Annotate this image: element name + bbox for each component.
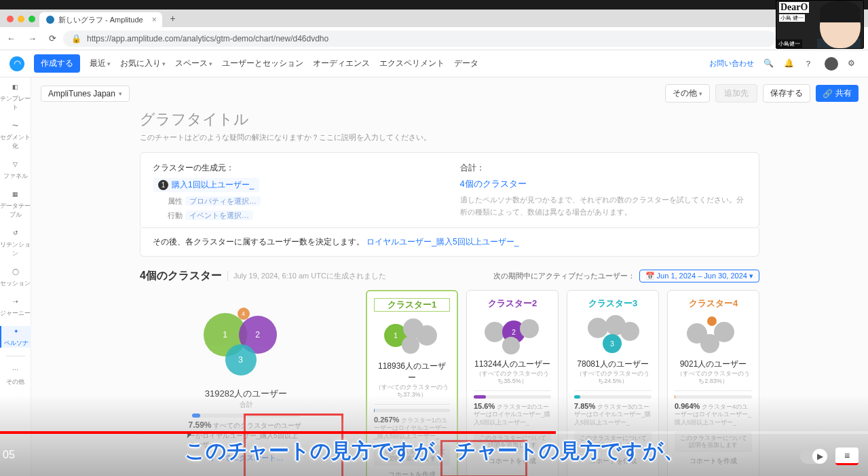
- siderail-icon: ◧: [10, 81, 21, 92]
- avatar[interactable]: [825, 57, 838, 71]
- cluster-title: クラスター1: [374, 298, 450, 312]
- captions-button[interactable]: ≡: [835, 447, 858, 465]
- nav-data[interactable]: データ: [454, 58, 478, 69]
- cluster-title: クラスター4: [675, 297, 752, 310]
- target-cohort-link[interactable]: ロイヤルユーザー_購入5回以上ユーザー_: [366, 237, 518, 246]
- cluster-header: 4個のクラスター July 19, 2024, 6:10 am UTCに生成され…: [140, 269, 759, 283]
- cluster-bar: [374, 409, 450, 412]
- speaker-pip: DearO 小島 健一 小島健一: [776, 0, 864, 49]
- window-controls[interactable]: [3, 11, 39, 27]
- siderail-label: ペルソナ: [4, 339, 29, 348]
- siderail-label: テンプレート: [0, 94, 31, 112]
- siderail-icon: ✦: [11, 326, 22, 337]
- siderail-item-3[interactable]: ▦データテーブル: [0, 189, 31, 219]
- siderail-icon: ↺: [10, 227, 21, 238]
- source-label: クラスターの生成元：: [153, 162, 440, 174]
- add-to-button: 追加先: [715, 84, 757, 103]
- cluster-pct: 0.964% クラスター4のユーザーはロイヤルユーザー_購入5回以上ユーザー_: [675, 401, 752, 427]
- overview-venn: 1 2 3 4: [195, 302, 297, 384]
- cluster-bar: [574, 395, 652, 399]
- chart-title[interactable]: グラフタイトル: [140, 109, 759, 130]
- forward-button[interactable]: →: [28, 33, 37, 43]
- create-cohort-link[interactable]: コホートを作成: [374, 470, 450, 476]
- url-text: https://app.amplitude.com/analytics/gtm-…: [87, 34, 328, 43]
- macos-menubar: [0, 0, 868, 10]
- behavior-selector[interactable]: イベントを選択…: [185, 210, 253, 220]
- siderail-icon: ⇢: [10, 296, 21, 307]
- property-selector[interactable]: プロパティを選択…: [185, 196, 261, 206]
- subtitle-text: このチャートの見方ですが、チャートの見方ですが、: [0, 437, 868, 465]
- autoplay-toggle[interactable]: ▶: [800, 449, 827, 464]
- amplitude-logo-icon[interactable]: ◠: [10, 56, 24, 71]
- pip-role: 小島 健一: [779, 14, 805, 22]
- step-badge: 1: [158, 180, 168, 190]
- nav-experiment[interactable]: エクスペリメント: [379, 58, 445, 69]
- siderail-label: セッション: [0, 279, 31, 288]
- active-range-label: 次の期間中にアクティブだったユーザー：: [493, 271, 635, 281]
- nav-users-sessions[interactable]: ユーザーとセッション: [222, 58, 303, 69]
- siderail-item-8[interactable]: ⋯その他: [0, 365, 31, 386]
- video-progress[interactable]: [0, 431, 868, 434]
- siderail-icon: ⋯: [10, 365, 21, 376]
- search-icon[interactable]: 🔍: [763, 58, 774, 69]
- cluster-title: クラスター2: [474, 297, 551, 310]
- venn-bubble-3: 3: [225, 344, 257, 376]
- siderail-item-6[interactable]: ⇢ジャーニー: [0, 296, 31, 318]
- pip-name: 小島健一: [776, 39, 802, 48]
- cluster-users: 113244人のユーザー（すべてのクラスターのうち35.5%）: [474, 359, 551, 385]
- project-selector[interactable]: AmpliTunes Japan▾: [41, 86, 130, 102]
- date-range-picker[interactable]: 📅 Jun 1, 2024 – Jun 30, 2024 ▾: [639, 270, 759, 282]
- close-tab-icon[interactable]: ×: [152, 15, 157, 24]
- siderail-item-0[interactable]: ◧テンプレート: [0, 81, 31, 112]
- save-button[interactable]: 保存する: [763, 84, 810, 103]
- zoom-window-icon[interactable]: [29, 16, 35, 22]
- total-label: 合計：: [460, 162, 747, 174]
- siderail-label: ファネル: [3, 172, 28, 181]
- nav-audiences[interactable]: オーディエンス: [313, 58, 370, 69]
- address-bar-row: ← → ⟳ 🔒 https://app.amplitude.com/analyt…: [0, 27, 868, 50]
- cluster-bar: [675, 395, 752, 399]
- contact-link[interactable]: お問い合わせ: [709, 58, 754, 69]
- context-row: AmpliTunes Japan▾ その他 ▾ 追加先 保存する 🔗共有: [31, 77, 868, 109]
- reload-button[interactable]: ⟳: [49, 33, 56, 43]
- siderail-icon: ▦: [10, 189, 21, 200]
- pip-brand: DearO: [779, 2, 809, 13]
- nav-recent[interactable]: 最近▾: [90, 58, 111, 69]
- nav-spaces[interactable]: スペース▾: [175, 58, 212, 69]
- address-bar[interactable]: 🔒 https://app.amplitude.com/analytics/gt…: [63, 31, 776, 47]
- other-menu[interactable]: その他 ▾: [665, 84, 710, 103]
- source-event-chip[interactable]: 1 購入1回以上ユーザー_: [153, 178, 259, 192]
- help-icon[interactable]: ？: [804, 58, 815, 69]
- browser-tab[interactable]: 新しいグラフ - Amplitude ×: [39, 12, 162, 27]
- siderail-item-2[interactable]: ▽ファネル: [0, 159, 31, 181]
- back-button[interactable]: ←: [7, 33, 16, 43]
- siderail-label: ジャーニー: [0, 309, 31, 318]
- settings-icon[interactable]: ⚙: [848, 58, 858, 69]
- minimize-window-icon[interactable]: [18, 16, 24, 22]
- notifications-icon[interactable]: 🔔: [784, 58, 795, 69]
- favicon-icon: [46, 16, 54, 24]
- cluster-venn: 2: [482, 314, 543, 354]
- cluster-venn: 3: [582, 314, 643, 354]
- create-button[interactable]: 作成する: [34, 54, 80, 73]
- share-button[interactable]: 🔗共有: [816, 85, 858, 102]
- siderail-item-5[interactable]: ◯セッション: [0, 266, 31, 288]
- siderail-item-1[interactable]: 〜セグメント化: [0, 120, 31, 151]
- venn-bubble-4: 4: [238, 308, 250, 320]
- close-window-icon[interactable]: [7, 16, 14, 22]
- chart-subtitle[interactable]: このチャートはどのような疑問の解決になりますか？ここに説明を入力してください。: [140, 132, 759, 143]
- nav-favorites[interactable]: お気に入り▾: [120, 58, 166, 69]
- cluster-users: 78081人のユーザー（すべてのクラスターのうち24.5%）: [574, 359, 652, 385]
- cohort-strip: その後、各クラスターに属するユーザー数を決定します。 ロイヤルユーザー_購入5回…: [140, 228, 759, 257]
- cluster-venn: 1: [381, 316, 442, 356]
- cluster-users: 118936人のユーザー（すべてのクラスターのうち37.3%）: [374, 361, 450, 399]
- new-tab-button[interactable]: +: [165, 13, 181, 24]
- cluster-title: クラスター3: [574, 297, 652, 310]
- cluster-bar: [474, 395, 551, 399]
- cluster-count-link[interactable]: 4個のクラスター: [460, 178, 747, 190]
- siderail-label: その他: [6, 378, 24, 386]
- amplitude-topnav: ◠ 作成する 最近▾ お気に入り▾ スペース▾ ユーザーとセッション オーディエ…: [0, 50, 868, 77]
- siderail-item-4[interactable]: ↺リテンション: [0, 227, 31, 258]
- siderail-item-7[interactable]: ✦ペルソナ: [0, 326, 31, 348]
- where-event: 行動イベントを選択…: [153, 210, 440, 221]
